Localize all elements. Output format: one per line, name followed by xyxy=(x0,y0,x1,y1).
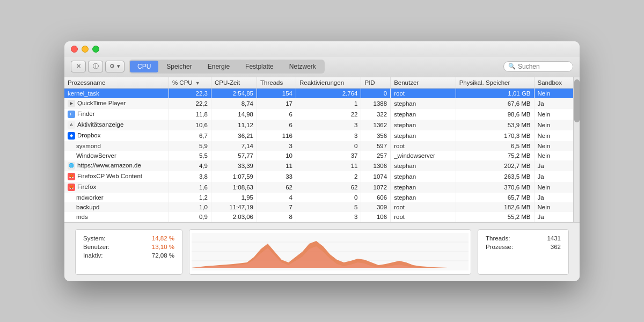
process-cpu-zeit: 57,77 xyxy=(211,151,257,160)
process-pid: 257 xyxy=(361,151,391,160)
table-row[interactable]: 🦊Firefox1,61:08,6362621072stephan370,6 M… xyxy=(64,182,573,193)
info-button[interactable]: ⓘ xyxy=(88,61,103,72)
process-speicher: 75,2 MB xyxy=(456,151,534,160)
process-pid: 1302 xyxy=(361,222,391,222)
process-benutzer: stephan xyxy=(391,171,456,182)
process-reaktivierungen: 3 xyxy=(296,120,361,130)
process-cpu-zeit: 14,98 xyxy=(211,109,257,120)
scrollbar-thumb[interactable] xyxy=(574,79,580,122)
process-cpu: 5,9 xyxy=(169,141,211,151)
col-prozessname[interactable]: Prozessname xyxy=(64,77,169,89)
process-speicher: 98,6 MB xyxy=(456,109,534,120)
gear-button[interactable]: ⚙ ▾ xyxy=(105,61,125,72)
table-row[interactable]: ▶QuickTime Player22,28,741711388stephan6… xyxy=(64,98,573,109)
tab-speicher[interactable]: Speicher xyxy=(159,61,199,72)
process-cpu: 11,8 xyxy=(169,109,211,120)
minimize-button[interactable]: − xyxy=(82,46,89,53)
process-cpu: 5,5 xyxy=(169,151,211,160)
process-cpu-zeit: 2:54,85 xyxy=(211,88,257,98)
process-pid: 106 xyxy=(361,212,391,222)
process-benutzer: _windowserver xyxy=(391,151,456,160)
tab-energie[interactable]: Energie xyxy=(200,61,237,72)
table-row[interactable]: 🌐https://www.amazon.de4,933,3911111306st… xyxy=(64,160,573,171)
process-pid: 1388 xyxy=(361,98,391,109)
process-benutzer: stephan xyxy=(391,160,456,171)
table-row[interactable]: kernel_task22,32:54,851542.7640root1,01 … xyxy=(64,88,573,98)
process-table-container[interactable]: Prozessname % CPU ▼ CPU-Zeit Threads Rea… xyxy=(64,77,573,222)
col-threads[interactable]: Threads xyxy=(257,77,296,89)
process-sandbox: Nein xyxy=(534,88,573,98)
process-pid: 1362 xyxy=(361,120,391,130)
process-reaktivierungen: 2.764 xyxy=(296,88,361,98)
process-benutzer: root xyxy=(391,212,456,222)
process-name-cell: backupd xyxy=(64,202,169,212)
process-reaktivierungen: 11 xyxy=(296,160,361,171)
table-row[interactable]: FFinder11,814,98622322stephan98,6 MBNein xyxy=(64,109,573,120)
process-sandbox: Ja xyxy=(534,171,573,182)
process-cpu: 10,6 xyxy=(169,120,211,130)
threads-label: Threads: xyxy=(486,235,510,241)
back-button[interactable]: ✕ xyxy=(71,61,86,72)
process-tbody: kernel_task22,32:54,851542.7640root1,01 … xyxy=(64,88,573,222)
search-input[interactable] xyxy=(518,63,568,70)
process-speicher: 1,01 GB xyxy=(456,88,534,98)
process-threads: 62 xyxy=(257,182,296,193)
process-sandbox: Ja xyxy=(534,98,573,109)
process-pid: 322 xyxy=(361,109,391,120)
inaktiv-value: 72,08 % xyxy=(152,252,174,259)
process-cpu: 1,0 xyxy=(169,202,211,212)
col-benutzer[interactable]: Benutzer xyxy=(391,77,456,89)
process-cpu-zeit: 8,74 xyxy=(211,98,257,109)
col-sandbox[interactable]: Sandbox xyxy=(534,77,573,89)
process-speicher: 182,6 MB xyxy=(456,202,534,212)
threads-value: 1431 xyxy=(547,235,561,241)
benutzer-label: Benutzer: xyxy=(83,244,109,250)
tab-group: CPU Speicher Energie Festplatte Netzwerk xyxy=(129,60,325,74)
process-threads: 11 xyxy=(257,160,296,171)
tab-cpu[interactable]: CPU xyxy=(130,61,158,72)
table-row[interactable]: AAktivitätsanzeige10,611,12631362stephan… xyxy=(64,120,573,130)
process-name-cell: ▶QuickTime Player xyxy=(64,98,169,109)
process-cpu: 0,7 xyxy=(169,222,211,222)
process-cpu: 0,9 xyxy=(169,212,211,222)
table-row[interactable]: 🦊FirefoxCP Web Content3,81:07,593321074s… xyxy=(64,171,573,182)
col-pid[interactable]: PID xyxy=(361,77,391,89)
process-cpu-zeit: 11,12 xyxy=(211,120,257,130)
process-sandbox: Nein xyxy=(534,141,573,151)
process-benutzer: root xyxy=(391,88,456,98)
col-reaktivierungen[interactable]: Reaktivierungen xyxy=(296,77,361,89)
search-box[interactable]: 🔍 xyxy=(503,61,573,72)
table-row[interactable]: mdworker1,21,9540606stephan65,7 MBJa xyxy=(64,193,573,202)
table-row[interactable]: 🌐https://www.amazon.de0,726,23701302step… xyxy=(64,222,573,222)
process-benutzer: stephan xyxy=(391,130,456,141)
process-threads: 6 xyxy=(257,109,296,120)
col-cpu[interactable]: % CPU ▼ xyxy=(169,77,211,89)
process-threads: 4 xyxy=(257,193,296,202)
col-cpu-zeit[interactable]: CPU-Zeit xyxy=(211,77,257,89)
process-threads: 7 xyxy=(257,202,296,212)
process-name-cell: 🦊Firefox xyxy=(64,182,169,193)
process-name-cell: WindowServer xyxy=(64,151,169,160)
close-button[interactable]: ✕ xyxy=(71,46,78,53)
process-cpu: 3,8 xyxy=(169,171,211,182)
process-cpu: 22,2 xyxy=(169,98,211,109)
table-row[interactable]: WindowServer5,557,771037257_windowserver… xyxy=(64,151,573,160)
process-benutzer: root xyxy=(391,141,456,151)
process-speicher: 67,6 MB xyxy=(456,98,534,109)
tab-festplatte[interactable]: Festplatte xyxy=(238,61,281,72)
process-cpu-zeit: 7,14 xyxy=(211,141,257,151)
system-label: System: xyxy=(83,235,106,241)
scrollbar[interactable] xyxy=(573,77,580,222)
table-row[interactable]: ◆Dropbox6,736,211163356stephan170,3 MBNe… xyxy=(64,130,573,141)
maximize-button[interactable]: + xyxy=(92,46,99,53)
process-name-cell: AAktivitätsanzeige xyxy=(64,120,169,130)
table-row[interactable]: sysmond5,97,1430597root6,5 MBNein xyxy=(64,141,573,151)
table-row[interactable]: backupd1,011:47,1975309root182,6 MBNein xyxy=(64,202,573,212)
tab-netzwerk[interactable]: Netzwerk xyxy=(282,61,324,72)
table-header-row: Prozessname % CPU ▼ CPU-Zeit Threads Rea… xyxy=(64,77,573,89)
col-physkal-speicher[interactable]: Physikal. Speicher xyxy=(456,77,534,89)
prozesse-value: 362 xyxy=(551,244,561,250)
table-row[interactable]: mds0,92:03,0683106root55,2 MBJa xyxy=(64,212,573,222)
process-sandbox: Ja xyxy=(534,193,573,202)
process-reaktivierungen: 62 xyxy=(296,182,361,193)
